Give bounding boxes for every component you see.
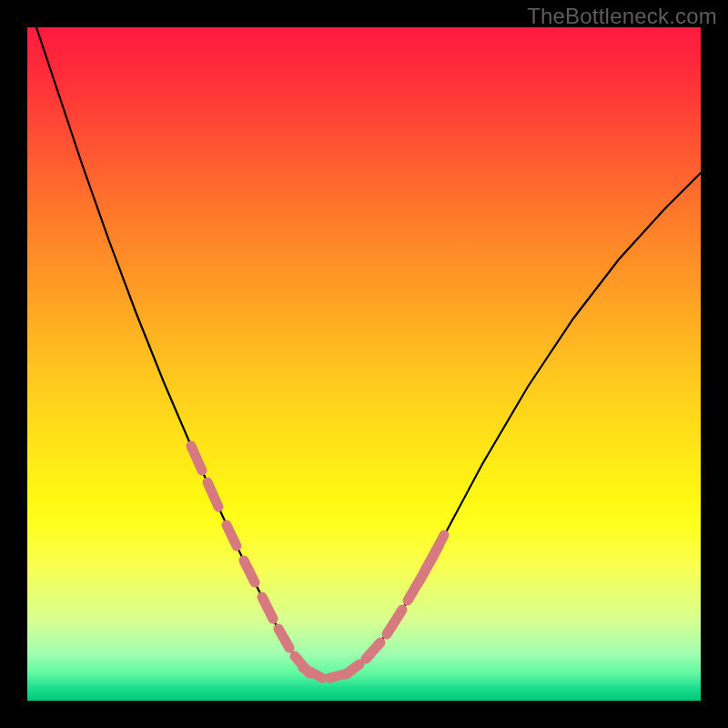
curve-dash-overlay-right [346,535,444,674]
bottleneck-curve [27,27,701,678]
dash-segment [191,446,202,470]
dash-segment [366,642,380,659]
chart-frame: TheBottleneck.com [0,0,728,728]
dash-segment [387,610,402,634]
dash-segment [346,664,359,674]
dash-segment [431,535,444,560]
dash-segment [244,561,255,582]
watermark-text: TheBottleneck.com [527,4,717,29]
curve-svg [27,27,701,701]
dash-segment [207,482,218,507]
curve-dash-overlay-left [191,446,309,673]
plot-area [27,27,701,701]
dash-segment [227,525,237,546]
dash-segment [278,629,289,648]
curve-dash-overlay-bottom [303,668,348,678]
dash-segment [262,597,273,619]
